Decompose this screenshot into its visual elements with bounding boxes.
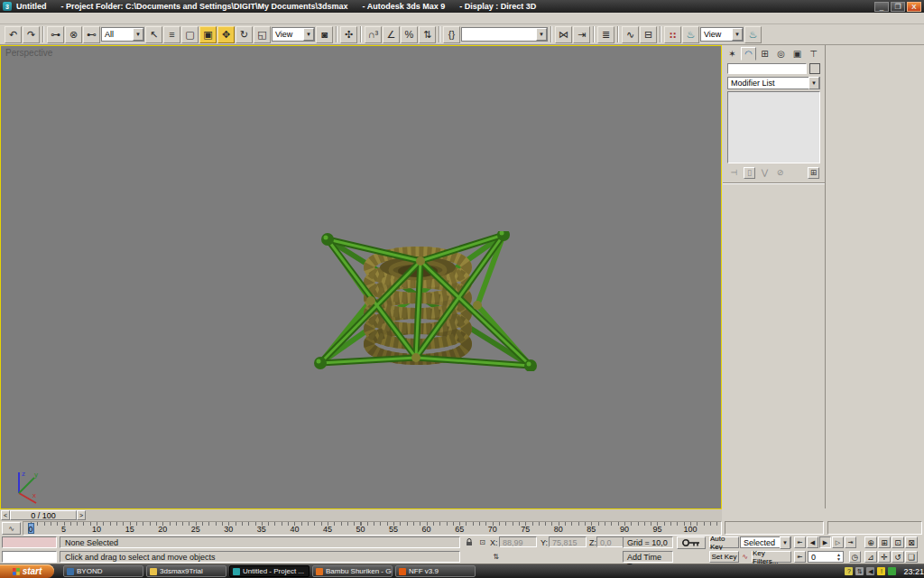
object-color-swatch[interactable] [809, 63, 820, 74]
named-selection-sets-dropdown[interactable]: ▼ [461, 27, 548, 42]
select-by-name-button[interactable]: ≡ ▼ [163, 26, 180, 43]
pan-view-button[interactable]: ✛ [878, 551, 891, 563]
time-configuration-button[interactable]: ◷ [849, 551, 861, 563]
select-and-rotate-button[interactable]: ↻ ▼ [236, 26, 253, 43]
prompt-pan-arrows-icon[interactable]: ⇅ [491, 551, 501, 562]
chevron-down-icon[interactable]: ▼ [133, 28, 143, 41]
frame-ruler[interactable]: 0510152025303540455055606570758085909510… [23, 521, 722, 536]
zoom-extents-all-button[interactable]: ⊠ [905, 536, 918, 548]
object-name-input[interactable] [727, 63, 807, 74]
open-mini-curve-editor-button[interactable]: ∿ [2, 522, 21, 535]
set-keys-button[interactable] [677, 536, 706, 549]
current-frame-input[interactable]: 0 ▲▼ [808, 551, 844, 563]
zoom-extents-button[interactable]: ⊡ [892, 536, 904, 548]
maxscript-mini-listener-pink[interactable] [2, 536, 57, 548]
close-button[interactable]: X [907, 2, 921, 12]
y-coordinate-field[interactable]: 75,815 [549, 536, 587, 547]
arc-rotate-button[interactable]: ↺ [892, 551, 904, 563]
start-button[interactable]: start [0, 564, 54, 578]
set-key-button[interactable]: Set Key [709, 551, 739, 563]
tray-network-icon[interactable]: ⇅ [855, 567, 864, 575]
tray-collapse-icon[interactable]: ◀ [866, 567, 874, 575]
spinner-arrows-icon[interactable]: ▲▼ [835, 553, 843, 562]
perspective-viewport[interactable]: Perspective [0, 45, 722, 509]
use-pivot-point-center-button[interactable]: ◙ ▼ [316, 26, 333, 43]
add-time-tag[interactable]: Add Time Tag [623, 551, 673, 563]
tab-display[interactable]: ▣ [790, 47, 805, 61]
modifier-stack-list[interactable] [727, 91, 820, 163]
play-animation-button[interactable]: ▶ [819, 536, 831, 548]
rectangular-selection-region-button[interactable]: ▢ ▼ [181, 26, 199, 43]
go-to-end-button[interactable]: ⇥ [845, 536, 856, 548]
select-object-button[interactable]: ↖ ▼ [145, 26, 162, 43]
reference-coordinate-dropdown[interactable]: View ▼ [272, 27, 315, 42]
select-and-move-button[interactable]: ✥ ▼ [217, 26, 235, 43]
viewport-label[interactable]: Perspective [5, 48, 52, 58]
time-slider-prev-button[interactable]: < [1, 510, 10, 520]
make-unique-button[interactable]: ⋁ [759, 167, 771, 179]
task-byond[interactable]: BYOND [63, 565, 143, 577]
remove-modifier-button[interactable]: ⊘ [774, 167, 786, 179]
edit-named-selection-sets-button[interactable]: {} ▼ [443, 26, 460, 43]
schematic-view-button[interactable]: ⊟ ▼ [640, 26, 657, 43]
chevron-down-icon[interactable]: ▼ [808, 77, 819, 89]
auto-key-button[interactable]: Auto Key [709, 536, 739, 548]
maximize-viewport-toggle-button[interactable]: ❏ [905, 551, 918, 563]
key-mode-toggle-button[interactable]: ⇤ [794, 551, 806, 563]
select-and-link-button[interactable]: ⊶ ▼ [47, 26, 64, 43]
window-crossing-toggle[interactable]: ▣ ▼ [199, 26, 217, 43]
tray-shield-icon[interactable]: ! [877, 567, 885, 575]
render-setup-button[interactable]: ♨ ▼ [682, 26, 699, 43]
task-3dsmax9trial[interactable]: 3dsmax9Trial [146, 565, 226, 577]
task-bambu-shuriken[interactable]: Bambu Shuriken - Go... [312, 565, 393, 577]
absolute-mode-icon[interactable]: ⊡ [477, 536, 487, 547]
zoom-button[interactable]: ⊕ [864, 536, 877, 548]
modifier-list-dropdown[interactable]: Modifier List ▼ [727, 77, 820, 89]
angle-snap-toggle-button[interactable]: ∠ ▼ [383, 26, 400, 43]
minimize-button[interactable]: _ [874, 2, 889, 12]
select-and-manipulate-button[interactable]: ✣ ▼ [340, 26, 357, 43]
layer-manager-button[interactable]: ≣ ▼ [597, 26, 614, 43]
restore-button[interactable]: ❐ [891, 2, 905, 12]
pin-stack-button[interactable]: ⊣ [728, 167, 740, 179]
time-slider-next-button[interactable]: > [77, 510, 86, 520]
tab-motion[interactable]: ◎ [773, 47, 789, 61]
next-frame-button[interactable]: ▷ [832, 536, 844, 548]
task-untitled-project[interactable]: Untitled - Project ... [229, 565, 310, 577]
selection-set-dropdown[interactable]: Selected ▼ [740, 536, 791, 548]
x-coordinate-field[interactable]: 88,99 [499, 536, 537, 547]
bind-to-space-warp-button[interactable]: ⊷ ▼ [83, 26, 100, 43]
zoom-all-button[interactable]: ⊞ [878, 536, 891, 548]
redo-button[interactable]: ↷ ▼ [23, 26, 40, 43]
percent-snap-toggle-button[interactable]: % ▼ [401, 26, 418, 43]
maxscript-mini-listener-white[interactable] [2, 551, 57, 563]
tray-question-icon[interactable]: ? [845, 567, 853, 575]
unlink-selection-button[interactable]: ⊗ ▼ [65, 26, 82, 43]
spinner-snap-toggle-button[interactable]: ⇅ ▼ [419, 26, 436, 43]
go-to-start-button[interactable]: ⇤ [794, 536, 806, 548]
render-type-dropdown[interactable]: View ▼ [700, 27, 744, 42]
show-end-result-button[interactable]: ▯ [744, 167, 755, 179]
selection-filter-dropdown[interactable]: All ▼ [101, 27, 144, 42]
curve-editor-button[interactable]: ∿ ▼ [622, 26, 639, 43]
snaps-toggle-button[interactable]: ∩³ ▼ [365, 26, 382, 43]
tab-utilities[interactable]: ⊤ [806, 47, 821, 61]
align-button[interactable]: ⇥ ▼ [573, 26, 590, 43]
select-and-scale-button[interactable]: ◱ ▼ [254, 26, 271, 43]
tray-green-icon[interactable] [888, 567, 896, 575]
undo-button[interactable]: ↶ ▼ [5, 26, 22, 43]
chevron-down-icon[interactable]: ▼ [780, 536, 790, 549]
previous-frame-button[interactable]: ◀ [807, 536, 818, 548]
field-of-view-button[interactable]: ⊿ [864, 551, 877, 563]
key-filter-curve-button[interactable]: ∿ [740, 551, 750, 562]
chevron-down-icon[interactable]: ▼ [303, 28, 314, 41]
tab-hierarchy[interactable]: ⊞ [757, 47, 772, 61]
configure-modifier-sets-button[interactable]: ⊞ [808, 167, 819, 179]
key-filters-button[interactable]: Key Filters... [752, 551, 791, 563]
chevron-down-icon[interactable]: ▼ [536, 28, 547, 41]
chevron-down-icon[interactable]: ▼ [732, 28, 743, 41]
scene-object-bambu-shuriken[interactable] [312, 231, 542, 371]
time-slider[interactable]: 0 / 100 [10, 510, 77, 520]
material-editor-button[interactable]: ⠶ ▼ [664, 26, 681, 43]
tab-create[interactable]: ✶ [725, 47, 740, 61]
